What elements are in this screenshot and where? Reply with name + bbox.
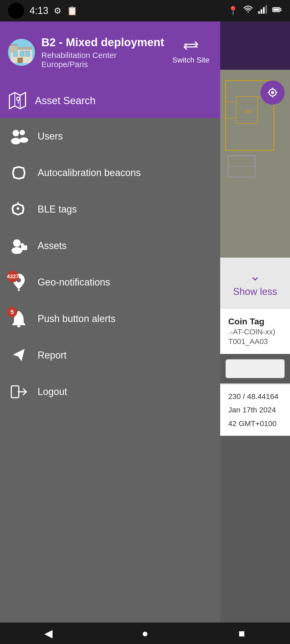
switch-site-label: Switch Site [172,56,210,64]
asset-search-label: Asset Search [35,95,96,107]
show-less-area[interactable]: ⌄ Show less [220,258,290,308]
svg-rect-12 [258,11,260,14]
svg-rect-13 [261,9,262,14]
home-button[interactable]: ● [137,625,153,641]
sidebar-item-report[interactable]: Report [0,337,220,374]
svg-point-46 [21,243,24,246]
svg-point-39 [20,130,25,135]
sidebar-item-users[interactable]: Users [0,118,220,155]
sidebar-item-label-autocalibration: Autocalibration beacons [38,167,141,178]
status-left: 4:13 ⚙ 📋 [8,3,78,19]
svg-rect-48 [18,289,20,291]
sidebar-item-label-logout: Logout [38,386,67,397]
status-bar: 4:13 ⚙ 📋 📍 [0,0,290,21]
sidebar-item-autocalibration[interactable]: Autocalibration beacons [0,155,220,191]
ble-tags-icon [8,199,30,220]
svg-point-40 [20,137,28,143]
sidebar-item-assets[interactable]: Assets [0,228,220,264]
svg-rect-25 [26,51,30,56]
svg-point-44 [12,247,22,254]
settings-icon: ⚙ [54,6,61,16]
svg-rect-17 [274,9,279,11]
wifi-icon [243,5,253,17]
svg-point-37 [13,130,19,136]
site-location: Europe/Paris [41,60,164,69]
switch-site-icon [183,40,199,54]
svg-point-9 [271,91,274,94]
sidebar-item-geo-notifications[interactable]: 4327 Geo-notifications [0,264,220,301]
sidebar-item-ble-tags[interactable]: BLE tags [0,191,220,228]
coords-line1: 230 / 48.44164 [228,390,282,403]
dark-header [220,21,290,70]
push-button-alerts-badge: 5 [7,307,17,317]
svg-rect-26 [17,58,23,63]
status-time: 4:13 [30,5,48,16]
right-content: 1017 ⌄ Show less Coin Tag .-AT-COIN-xx) … [220,21,290,623]
coin-tag-sub1: .-AT-COIN-xx) [228,328,282,336]
sidebar-item-label-report: Report [38,350,67,361]
site-header: B2 - Mixed deployment Rehabilitation Cen… [0,21,220,83]
bottom-navigation: ◀ ● ■ [0,623,290,644]
svg-rect-24 [20,51,24,56]
sidebar-item-label-push-button-alerts: Push button alerts [38,313,115,324]
coin-tag-panel: Coin Tag .-AT-COIN-xx) T001_AA03 [220,308,290,354]
battery-icon [272,5,282,17]
svg-point-35 [17,98,19,100]
recents-button[interactable]: ■ [234,625,250,641]
coords-line2: Jan 17th 2024 [228,403,282,417]
svg-rect-14 [263,7,265,14]
geo-notifications-icon: 4327 [8,272,30,293]
svg-rect-49 [17,325,20,327]
location-status-icon: 📍 [228,6,238,16]
switch-site-button[interactable]: Switch Site [170,38,212,67]
svg-rect-51 [11,386,19,398]
svg-point-11 [248,12,249,13]
clipboard-icon: 📋 [67,6,78,16]
coin-tag-label: Coin Tag [228,317,282,327]
back-button[interactable]: ◀ [40,625,56,641]
autocalibration-icon [8,162,30,184]
location-button[interactable] [260,80,285,105]
sidebar-item-label-users: Users [38,131,63,142]
logout-icon [8,381,30,402]
sidebar-item-logout[interactable]: Logout [0,374,220,410]
coords-section: 230 / 48.44164 Jan 17th 2024 42 GMT+0100 [220,384,290,436]
push-button-alerts-icon: 5 [8,308,30,330]
menu-list: Users Autocalibration beacons [0,118,220,623]
sidebar-item-label-assets: Assets [38,240,67,251]
map-area: 1017 [220,70,290,258]
svg-point-41 [17,207,19,210]
site-avatar [8,39,35,66]
show-less-label[interactable]: Show less [233,286,277,297]
site-subtitle: Rehabilitation Center [41,51,164,60]
svg-point-43 [13,239,21,247]
sidebar-item-label-geo-notifications: Geo-notifications [38,277,110,288]
site-name: B2 - Mixed deployment [41,36,164,49]
status-circle-icon [8,3,24,19]
geo-notifications-badge: 4327 [7,270,19,282]
report-icon [8,345,30,366]
users-icon [8,126,30,147]
svg-rect-28 [9,44,17,46]
search-input-right[interactable] [226,359,285,378]
svg-point-38 [11,138,21,144]
sidebar-item-label-ble-tags: BLE tags [38,204,77,215]
site-left: B2 - Mixed deployment Rehabilitation Cen… [8,36,164,69]
signal-icon [258,5,267,17]
assets-icon [8,235,30,257]
status-icons-right: 📍 [228,5,282,17]
coords-line3: 42 GMT+0100 [228,417,282,430]
asset-search-item[interactable]: Asset Search [0,83,220,118]
sidebar-item-push-button-alerts[interactable]: 5 Push button alerts [0,301,220,337]
site-info: B2 - Mixed deployment Rehabilitation Cen… [41,36,164,69]
svg-marker-50 [13,349,25,361]
svg-rect-15 [266,5,267,14]
svg-text:1017: 1017 [244,109,253,114]
coin-tag-sub2: T001_AA03 [228,337,282,346]
chevron-down-icon: ⌄ [250,268,260,283]
asset-search-icon [8,91,27,110]
navigation-drawer: B2 - Mixed deployment Rehabilitation Cen… [0,21,220,623]
